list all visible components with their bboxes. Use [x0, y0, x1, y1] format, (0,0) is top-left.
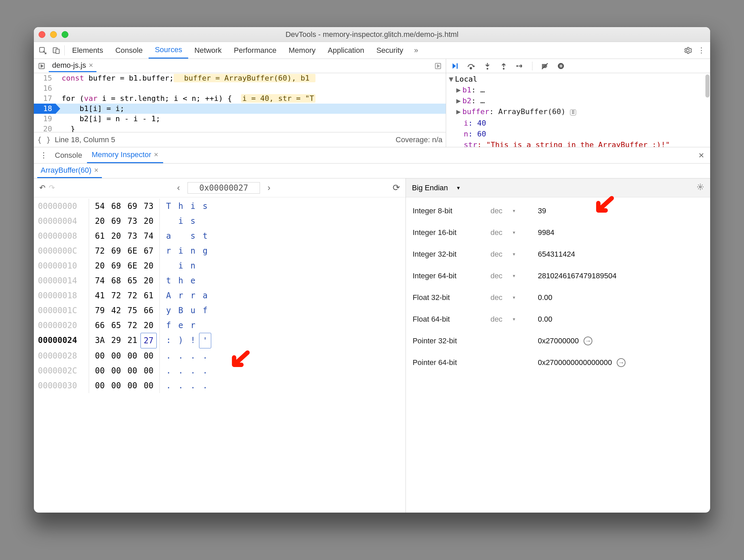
inspect-element-icon[interactable]: [36, 44, 49, 57]
jump-to-address-icon[interactable]: →: [617, 358, 626, 367]
pretty-print-icon[interactable]: { }: [37, 135, 51, 144]
close-buffer-tab-icon[interactable]: ×: [94, 166, 99, 175]
file-tab-label: demo-js.js: [52, 61, 86, 70]
svg-rect-11: [560, 65, 561, 67]
sources-panel: demo-js.js × 15const buffer = b1.buffer;…: [34, 59, 446, 147]
resume-icon[interactable]: [451, 62, 459, 70]
pause-exceptions-icon[interactable]: [557, 62, 565, 70]
prev-page-icon[interactable]: ‹: [173, 182, 184, 193]
run-snippet-icon[interactable]: [36, 63, 47, 69]
svg-point-8: [503, 68, 505, 69]
value-type-label: Pointer 64-bit: [413, 358, 490, 367]
drawer-tab-memory-inspector[interactable]: Memory Inspector ×: [87, 147, 163, 163]
debugger-sidebar: ▼Local ▶b1: … ▶b2: … ▶buffer: ArrayBuffe…: [446, 59, 710, 147]
value-type-label: Pointer 32-bit: [413, 337, 490, 345]
window-title: DevTools - memory-inspector.glitch.me/de…: [34, 30, 710, 39]
value-type-label: Integer 64-bit: [413, 272, 490, 280]
sources-footer: { } Line 18, Column 5 Coverage: n/a: [34, 132, 446, 147]
close-drawer-tab-icon[interactable]: ×: [154, 150, 158, 159]
scope-variables[interactable]: ▼Local ▶b1: … ▶b2: … ▶buffer: ArrayBuffe…: [446, 73, 710, 147]
svg-point-7: [487, 68, 488, 69]
svg-rect-2: [56, 49, 59, 53]
value-interpreter: Big Endian▼ Integer 8-bitdec▼39Integer 1…: [406, 178, 710, 513]
hex-viewer: ↶ ↷ ‹ 0x00000027 › ⟳ 0000000054686973Thi…: [34, 178, 406, 513]
value-display: 654311424: [538, 250, 703, 259]
code-editor[interactable]: 15const buffer = b1.buffer; buffer = Arr…: [34, 73, 446, 132]
coverage-status: Coverage: n/a: [396, 135, 442, 144]
value-display: 9984: [538, 228, 703, 237]
tab-elements[interactable]: Elements: [66, 42, 109, 59]
cursor-position: Line 18, Column 5: [55, 135, 115, 144]
next-page-icon[interactable]: ›: [263, 182, 275, 193]
value-display: 0x27000000→: [538, 337, 703, 345]
sources-more-icon[interactable]: [432, 63, 444, 69]
value-type-label: Integer 32-bit: [413, 250, 490, 259]
file-tab-demo-js[interactable]: demo-js.js ×: [49, 60, 96, 72]
devtools-window: DevTools - memory-inspector.glitch.me/de…: [34, 27, 710, 513]
buffer-tab-arraybuffer[interactable]: ArrayBuffer(60) ×: [37, 164, 102, 178]
minimize-window-button[interactable]: [50, 31, 57, 38]
value-format-select[interactable]: dec▼: [490, 228, 538, 237]
value-format-select[interactable]: dec▼: [490, 293, 538, 302]
tab-network[interactable]: Network: [188, 42, 228, 59]
address-input[interactable]: 0x00000027: [188, 182, 260, 194]
drawer-menu-icon[interactable]: ⋮: [37, 151, 50, 160]
hex-grid[interactable]: 0000000054686973This0000000420697320 is …: [34, 197, 406, 513]
zoom-window-button[interactable]: [62, 31, 68, 38]
close-file-tab-icon[interactable]: ×: [89, 61, 93, 70]
step-icon[interactable]: [516, 63, 524, 69]
vertical-scrollbar[interactable]: [705, 74, 709, 98]
tab-console[interactable]: Console: [109, 42, 149, 59]
tab-sources[interactable]: Sources: [149, 42, 188, 59]
value-type-label: Integer 8-bit: [413, 207, 490, 215]
value-display: 39: [538, 207, 703, 215]
value-settings-icon[interactable]: [697, 183, 704, 193]
value-display: 2810246167479189504: [538, 272, 703, 280]
close-drawer-icon[interactable]: ×: [696, 150, 707, 161]
drawer-panel: ⋮ Console Memory Inspector × × ArrayBuff…: [34, 147, 710, 513]
value-format-select[interactable]: dec▼: [490, 250, 538, 259]
tab-performance[interactable]: Performance: [228, 42, 283, 59]
main-tab-bar: Elements Console Sources Network Perform…: [34, 42, 710, 59]
close-window-button[interactable]: [39, 31, 45, 38]
traffic-lights: [39, 31, 68, 38]
svg-point-6: [470, 67, 472, 69]
drawer-tab-console[interactable]: Console: [50, 147, 87, 163]
kebab-menu-icon[interactable]: ⋮: [695, 44, 708, 57]
deactivate-breakpoints-icon[interactable]: [541, 62, 549, 70]
svg-point-10: [558, 63, 564, 69]
redo-icon[interactable]: ↷: [49, 184, 55, 192]
tab-security[interactable]: Security: [370, 42, 409, 59]
value-display: 0.00: [538, 315, 703, 324]
value-format-select[interactable]: dec▼: [490, 315, 538, 324]
settings-icon[interactable]: [681, 44, 695, 57]
step-out-icon[interactable]: [500, 62, 508, 70]
tab-application[interactable]: Application: [322, 42, 370, 59]
svg-point-9: [517, 65, 518, 67]
value-type-label: Float 32-bit: [413, 293, 490, 302]
value-display: 0.00: [538, 293, 703, 302]
titlebar: DevTools - memory-inspector.glitch.me/de…: [34, 27, 710, 42]
step-over-icon[interactable]: [467, 62, 475, 70]
value-display: 0x2700000000000000→: [538, 358, 703, 367]
refresh-icon[interactable]: ⟳: [393, 182, 400, 193]
endianness-select[interactable]: Big Endian▼: [412, 184, 461, 192]
tab-memory[interactable]: Memory: [283, 42, 322, 59]
value-format-select[interactable]: dec▼: [490, 272, 538, 280]
svg-point-13: [699, 186, 701, 188]
reveal-in-memory-icon[interactable]: ⠿: [570, 109, 576, 115]
svg-rect-5: [457, 63, 458, 69]
device-toolbar-icon[interactable]: [49, 44, 63, 57]
value-type-label: Float 64-bit: [413, 315, 490, 324]
value-format-select[interactable]: dec▼: [490, 207, 538, 215]
undo-icon[interactable]: ↶: [39, 184, 45, 192]
more-tabs-icon[interactable]: »: [409, 44, 423, 57]
value-type-label: Integer 16-bit: [413, 228, 490, 237]
step-into-icon[interactable]: [483, 62, 491, 70]
debugger-toolbar: [446, 59, 710, 73]
svg-rect-12: [561, 65, 562, 67]
jump-to-address-icon[interactable]: →: [584, 337, 592, 345]
